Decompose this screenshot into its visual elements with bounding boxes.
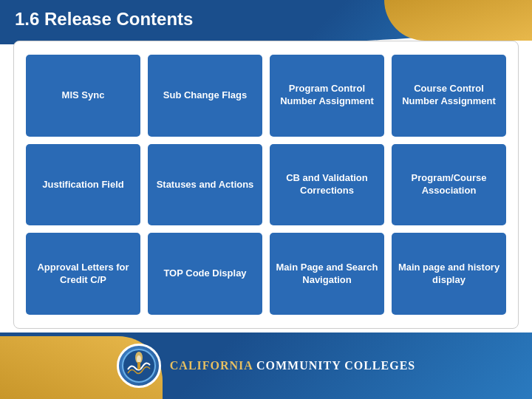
tile-cb-validation-corrections[interactable]: CB and Validation Corrections <box>270 144 384 226</box>
top-gold-accent <box>384 0 532 41</box>
tile-program-control-number[interactable]: Program Control Number Assignment <box>270 55 384 137</box>
ccc-org-name: California Community Colleges <box>170 359 415 372</box>
tile-sub-change-flags[interactable]: Sub Change Flags <box>148 55 262 137</box>
tile-mis-sync[interactable]: MIS Sync <box>26 55 140 137</box>
content-card: MIS SyncSub Change FlagsProgram Control … <box>13 41 519 329</box>
tile-statuses-and-actions[interactable]: Statuses and Actions <box>148 144 262 226</box>
svg-point-2 <box>137 355 141 363</box>
logo-area: California Community Colleges <box>117 344 415 388</box>
tile-main-search-navigation[interactable]: Main Page and Search Navigation <box>270 233 384 315</box>
tile-course-control-number[interactable]: Course Control Number Assignment <box>392 55 506 137</box>
tile-program-course-association[interactable]: Program/Course Association <box>392 144 506 226</box>
footer: California Community Colleges <box>0 332 532 399</box>
tile-main-history-display[interactable]: Main page and history display <box>392 233 506 315</box>
tiles-grid: MIS SyncSub Change FlagsProgram Control … <box>26 55 506 315</box>
ccc-emblem <box>117 344 161 388</box>
tile-top-code-display[interactable]: TOP Code Display <box>148 233 262 315</box>
svg-rect-3 <box>137 362 140 369</box>
tile-approval-letters[interactable]: Approval Letters for Credit C/P <box>26 233 140 315</box>
page-title: 1.6 Release Contents <box>15 9 193 30</box>
tile-justification-field[interactable]: Justification Field <box>26 144 140 226</box>
